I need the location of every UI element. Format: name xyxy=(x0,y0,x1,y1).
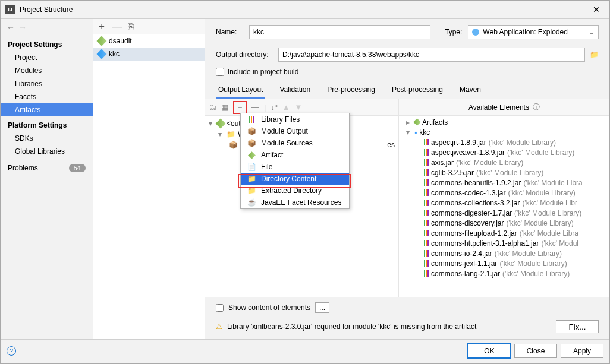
back-icon[interactable]: ← xyxy=(7,23,15,32)
available-elements-tree[interactable]: ▸Artifacts▾▪kkcaspectjrt-1.8.9.jar ('kkc… xyxy=(399,116,609,297)
close-button[interactable]: Close xyxy=(514,344,557,358)
library-icon xyxy=(424,179,429,186)
artifacts-column: ＋ — ⎘ dsauditkkc xyxy=(93,19,205,339)
artifact-item-dsaudit[interactable]: dsaudit xyxy=(93,34,205,48)
problems-label: Problems xyxy=(8,164,38,172)
mod-icon: 📦 xyxy=(247,127,256,135)
add-artifact-button[interactable]: ＋ xyxy=(97,20,106,33)
fix-button[interactable]: Fix... xyxy=(556,320,599,333)
sidebar-item-artifacts[interactable]: Artifacts xyxy=(1,103,93,116)
sidebar-item-problems[interactable]: Problems 54 xyxy=(1,158,93,178)
avail-lib-commons-httpclient-3.1-alpha1.jar[interactable]: commons-httpclient-3.1-alpha1.jar ('kkc'… xyxy=(399,238,609,248)
dropdown-item-file[interactable]: 📄File xyxy=(241,161,349,173)
library-icon xyxy=(424,210,429,216)
dropdown-item-javaee-facet-resources[interactable]: ☕JavaEE Facet Resources xyxy=(241,197,349,208)
section-project-settings: Project Settings xyxy=(1,36,93,51)
avail-lib-commons-fileupload-1.2.jar[interactable]: commons-fileupload-1.2.jar ('kkc' Module… xyxy=(399,228,609,238)
folder-icon: 📁 xyxy=(247,175,256,183)
avail-lib-commons-beanutils-1.9.2.jar[interactable]: commons-beanutils-1.9.2.jar ('kkc' Modul… xyxy=(399,178,609,188)
sidebar: ← → Project Settings Project Modules Lib… xyxy=(1,19,93,339)
library-icon xyxy=(424,189,429,196)
library-icon xyxy=(424,169,429,176)
jee-icon: ☕ xyxy=(247,198,256,207)
tab-pre-processing[interactable]: Pre-processing xyxy=(325,82,378,99)
remove-artifact-button[interactable]: — xyxy=(112,21,122,32)
library-icon xyxy=(424,240,429,246)
include-in-build-checkbox[interactable] xyxy=(216,68,224,76)
show-content-options-button[interactable]: ... xyxy=(315,302,329,313)
library-icon xyxy=(424,200,429,206)
show-content-label: Show content of elements xyxy=(228,303,310,312)
sidebar-item-facets[interactable]: Facets xyxy=(1,90,93,103)
library-icon xyxy=(424,260,429,267)
available-elements-label: Available Elements xyxy=(468,103,529,112)
help-icon[interactable]: ⓘ xyxy=(533,102,540,112)
library-icon xyxy=(424,220,429,226)
type-select[interactable]: Web Application: Exploded ⌄ xyxy=(468,25,599,39)
help-button[interactable]: ? xyxy=(7,346,16,356)
layout-up-button[interactable]: ▲ xyxy=(282,103,290,112)
tab-maven[interactable]: Maven xyxy=(457,82,483,99)
avail-lib-cglib-3.2.5.jar[interactable]: cglib-3.2.5.jar ('kkc' Module Library) xyxy=(399,167,609,178)
avail-lib-aspectjweaver-1.8.9.jar[interactable]: aspectjweaver-1.8.9.jar ('kkc' Module Li… xyxy=(399,147,609,157)
tab-validation[interactable]: Validation xyxy=(277,82,313,99)
tab-post-processing[interactable]: Post-processing xyxy=(389,82,445,99)
layout-add-button[interactable]: ＋ xyxy=(233,101,247,114)
section-platform-settings: Platform Settings xyxy=(1,116,93,132)
sidebar-item-global-libraries[interactable]: Global Libraries xyxy=(1,145,93,158)
dropdown-item-module-sources[interactable]: 📦Module Sources xyxy=(241,137,349,149)
library-icon xyxy=(424,139,429,145)
avail-lib-commons-lang-2.1.jar[interactable]: commons-lang-2.1.jar ('kkc' Module Libra… xyxy=(399,268,609,278)
name-label: Name: xyxy=(216,28,243,36)
folder-icon: 📁 xyxy=(247,186,256,195)
artifact-icon xyxy=(97,36,107,46)
ok-button[interactable]: OK xyxy=(468,344,511,358)
apply-button[interactable]: Apply xyxy=(561,344,603,358)
name-input[interactable] xyxy=(249,25,430,39)
app-icon: IJ xyxy=(5,5,15,14)
output-dir-input[interactable] xyxy=(278,48,585,62)
file-icon: 📄 xyxy=(247,163,256,171)
forward-icon[interactable]: → xyxy=(18,23,27,32)
diamond-icon xyxy=(247,153,256,158)
avail-lib-commons-collections-3.2.jar[interactable]: commons-collections-3.2.jar ('kkc' Modul… xyxy=(399,198,609,208)
tab-output-layout[interactable]: Output Layout xyxy=(216,82,265,99)
avail-lib-commons-jexl-1.1.jar[interactable]: commons-jexl-1.1.jar ('kkc' Module Libra… xyxy=(399,258,609,268)
mod-icon: 📦 xyxy=(247,139,256,147)
dropdown-item-module-output[interactable]: 📦Module Output xyxy=(241,125,349,137)
library-icon xyxy=(424,270,429,277)
sidebar-item-libraries[interactable]: Libraries xyxy=(1,77,93,90)
show-content-checkbox[interactable] xyxy=(216,304,224,312)
layout-sort-button[interactable]: ↓ª xyxy=(271,103,277,112)
module-icon: ▪ xyxy=(414,128,417,137)
layout-folder-icon[interactable]: 🗂 xyxy=(209,103,216,112)
warning-text: Library 'xmlbeans-2.3.0.jar' required fo… xyxy=(227,322,476,331)
sidebar-item-sdks[interactable]: SDKs xyxy=(1,132,93,145)
avail-lib-commons-discovery.jar[interactable]: commons-discovery.jar ('kkc' Module Libr… xyxy=(399,218,609,228)
artifact-item-kkc[interactable]: kkc xyxy=(93,48,205,61)
dropdown-item-directory-content[interactable]: 📁Directory Content xyxy=(241,173,349,185)
avail-lib-commons-codec-1.3.jar[interactable]: commons-codec-1.3.jar ('kkc' Module Libr… xyxy=(399,188,609,198)
module-output-icon: 📦 xyxy=(229,141,238,149)
browse-folder-icon[interactable]: 📁 xyxy=(590,50,599,59)
avail-artifacts[interactable]: ▸Artifacts xyxy=(399,117,609,127)
avail-module-kkc[interactable]: ▾▪kkc xyxy=(399,127,609,137)
sidebar-item-project[interactable]: Project xyxy=(1,51,93,64)
add-content-dropdown: Library Files📦Module Output📦Module Sourc… xyxy=(240,113,350,209)
avail-lib-axis.jar[interactable]: axis.jar ('kkc' Module Library) xyxy=(399,157,609,167)
dropdown-item-artifact[interactable]: Artifact xyxy=(241,149,349,161)
layout-grid-icon[interactable]: ▦ xyxy=(221,103,228,112)
include-in-build-label: Include in project build xyxy=(228,68,298,76)
copy-artifact-button[interactable]: ⎘ xyxy=(128,21,134,32)
library-icon xyxy=(424,250,429,257)
sidebar-item-modules[interactable]: Modules xyxy=(1,64,93,77)
dropdown-item-extracted-directory[interactable]: 📁Extracted Directory xyxy=(241,185,349,197)
layout-down-button[interactable]: ▼ xyxy=(295,103,303,112)
dropdown-item-library-files[interactable]: Library Files xyxy=(241,113,349,125)
avail-lib-aspectjrt-1.8.9.jar[interactable]: aspectjrt-1.8.9.jar ('kkc' Module Librar… xyxy=(399,137,609,147)
warning-icon: ⚠ xyxy=(216,322,222,331)
avail-lib-commons-digester-1.7.jar[interactable]: commons-digester-1.7.jar ('kkc' Module L… xyxy=(399,208,609,218)
avail-lib-commons-io-2.4.jar[interactable]: commons-io-2.4.jar ('kkc' Module Library… xyxy=(399,248,609,258)
layout-remove-button[interactable]: — xyxy=(251,103,259,112)
close-icon[interactable]: ✕ xyxy=(588,5,605,14)
